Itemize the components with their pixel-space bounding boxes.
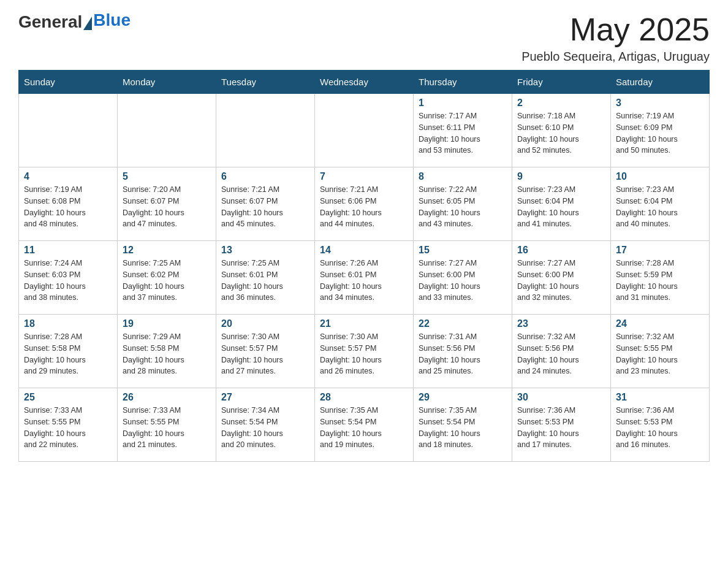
day-info: Sunrise: 7:21 AM Sunset: 6:07 PM Dayligh… xyxy=(221,184,309,230)
day-info: Sunrise: 7:21 AM Sunset: 6:06 PM Dayligh… xyxy=(320,184,408,230)
title-area: May 2025 Pueblo Sequeira, Artigas, Urugu… xyxy=(521,12,710,64)
column-header-thursday: Thursday xyxy=(414,71,512,94)
day-info: Sunrise: 7:18 AM Sunset: 6:10 PM Dayligh… xyxy=(517,110,605,156)
day-number: 24 xyxy=(616,318,704,329)
calendar-cell: 17Sunrise: 7:28 AM Sunset: 5:59 PM Dayli… xyxy=(611,241,710,315)
day-info: Sunrise: 7:19 AM Sunset: 6:09 PM Dayligh… xyxy=(616,110,704,156)
location-subtitle: Pueblo Sequeira, Artigas, Uruguay xyxy=(521,50,710,64)
calendar-header-row: SundayMondayTuesdayWednesdayThursdayFrid… xyxy=(19,71,710,94)
day-number: 22 xyxy=(419,318,507,329)
calendar-cell xyxy=(315,94,414,167)
column-header-saturday: Saturday xyxy=(611,71,710,94)
day-info: Sunrise: 7:34 AM Sunset: 5:54 PM Dayligh… xyxy=(221,405,309,451)
column-header-wednesday: Wednesday xyxy=(315,71,414,94)
calendar-cell: 16Sunrise: 7:27 AM Sunset: 6:00 PM Dayli… xyxy=(512,241,611,315)
calendar-cell: 18Sunrise: 7:28 AM Sunset: 5:58 PM Dayli… xyxy=(19,315,118,388)
logo-triangle-icon xyxy=(83,17,92,30)
day-number: 15 xyxy=(419,245,507,256)
day-info: Sunrise: 7:35 AM Sunset: 5:54 PM Dayligh… xyxy=(320,405,408,451)
calendar-cell: 14Sunrise: 7:26 AM Sunset: 6:01 PM Dayli… xyxy=(315,241,414,315)
day-info: Sunrise: 7:19 AM Sunset: 6:08 PM Dayligh… xyxy=(24,184,112,230)
logo: General Blue xyxy=(18,12,131,32)
calendar-cell: 20Sunrise: 7:30 AM Sunset: 5:57 PM Dayli… xyxy=(216,315,315,388)
calendar-cell: 19Sunrise: 7:29 AM Sunset: 5:58 PM Dayli… xyxy=(118,315,216,388)
day-info: Sunrise: 7:30 AM Sunset: 5:57 PM Dayligh… xyxy=(221,331,309,377)
day-number: 30 xyxy=(517,392,605,403)
calendar-cell: 10Sunrise: 7:23 AM Sunset: 6:04 PM Dayli… xyxy=(611,167,710,241)
day-number: 11 xyxy=(24,245,112,256)
day-number: 23 xyxy=(517,318,605,329)
calendar-cell xyxy=(216,94,315,167)
day-number: 2 xyxy=(517,98,605,109)
calendar-cell: 4Sunrise: 7:19 AM Sunset: 6:08 PM Daylig… xyxy=(19,167,118,241)
day-info: Sunrise: 7:23 AM Sunset: 6:04 PM Dayligh… xyxy=(616,184,704,230)
column-header-tuesday: Tuesday xyxy=(216,71,315,94)
day-number: 5 xyxy=(123,171,211,182)
calendar-cell: 11Sunrise: 7:24 AM Sunset: 6:03 PM Dayli… xyxy=(19,241,118,315)
calendar-cell: 23Sunrise: 7:32 AM Sunset: 5:56 PM Dayli… xyxy=(512,315,611,388)
day-info: Sunrise: 7:22 AM Sunset: 6:05 PM Dayligh… xyxy=(419,184,507,230)
day-info: Sunrise: 7:23 AM Sunset: 6:04 PM Dayligh… xyxy=(517,184,605,230)
logo-general: General xyxy=(18,12,82,32)
calendar-cell: 2Sunrise: 7:18 AM Sunset: 6:10 PM Daylig… xyxy=(512,94,611,167)
day-number: 3 xyxy=(616,98,704,109)
column-header-friday: Friday xyxy=(512,71,611,94)
day-number: 1 xyxy=(419,98,507,109)
day-info: Sunrise: 7:26 AM Sunset: 6:01 PM Dayligh… xyxy=(320,258,408,304)
day-number: 26 xyxy=(123,392,211,403)
day-info: Sunrise: 7:32 AM Sunset: 5:55 PM Dayligh… xyxy=(616,331,704,377)
calendar-cell xyxy=(118,94,216,167)
day-info: Sunrise: 7:30 AM Sunset: 5:57 PM Dayligh… xyxy=(320,331,408,377)
day-number: 27 xyxy=(221,392,309,403)
day-number: 16 xyxy=(517,245,605,256)
day-number: 31 xyxy=(616,392,704,403)
calendar-cell: 22Sunrise: 7:31 AM Sunset: 5:56 PM Dayli… xyxy=(414,315,512,388)
day-info: Sunrise: 7:27 AM Sunset: 6:00 PM Dayligh… xyxy=(517,258,605,304)
day-number: 13 xyxy=(221,245,309,256)
calendar-cell: 12Sunrise: 7:25 AM Sunset: 6:02 PM Dayli… xyxy=(118,241,216,315)
day-number: 6 xyxy=(221,171,309,182)
month-title: May 2025 xyxy=(521,12,710,47)
calendar-week-row: 11Sunrise: 7:24 AM Sunset: 6:03 PM Dayli… xyxy=(19,241,710,315)
day-info: Sunrise: 7:36 AM Sunset: 5:53 PM Dayligh… xyxy=(616,405,704,451)
calendar-week-row: 1Sunrise: 7:17 AM Sunset: 6:11 PM Daylig… xyxy=(19,94,710,167)
day-info: Sunrise: 7:29 AM Sunset: 5:58 PM Dayligh… xyxy=(123,331,211,377)
day-info: Sunrise: 7:24 AM Sunset: 6:03 PM Dayligh… xyxy=(24,258,112,304)
calendar-week-row: 18Sunrise: 7:28 AM Sunset: 5:58 PM Dayli… xyxy=(19,315,710,388)
calendar-cell: 15Sunrise: 7:27 AM Sunset: 6:00 PM Dayli… xyxy=(414,241,512,315)
calendar-cell: 24Sunrise: 7:32 AM Sunset: 5:55 PM Dayli… xyxy=(611,315,710,388)
calendar-cell: 5Sunrise: 7:20 AM Sunset: 6:07 PM Daylig… xyxy=(118,167,216,241)
day-number: 17 xyxy=(616,245,704,256)
calendar-cell xyxy=(19,94,118,167)
day-info: Sunrise: 7:36 AM Sunset: 5:53 PM Dayligh… xyxy=(517,405,605,451)
calendar-cell: 21Sunrise: 7:30 AM Sunset: 5:57 PM Dayli… xyxy=(315,315,414,388)
calendar-cell: 3Sunrise: 7:19 AM Sunset: 6:09 PM Daylig… xyxy=(611,94,710,167)
column-header-sunday: Sunday xyxy=(19,71,118,94)
day-info: Sunrise: 7:32 AM Sunset: 5:56 PM Dayligh… xyxy=(517,331,605,377)
calendar-cell: 1Sunrise: 7:17 AM Sunset: 6:11 PM Daylig… xyxy=(414,94,512,167)
calendar-cell: 27Sunrise: 7:34 AM Sunset: 5:54 PM Dayli… xyxy=(216,388,315,462)
day-number: 4 xyxy=(24,171,112,182)
calendar-table: SundayMondayTuesdayWednesdayThursdayFrid… xyxy=(18,70,710,462)
day-info: Sunrise: 7:17 AM Sunset: 6:11 PM Dayligh… xyxy=(419,110,507,156)
calendar-cell: 31Sunrise: 7:36 AM Sunset: 5:53 PM Dayli… xyxy=(611,388,710,462)
calendar-cell: 29Sunrise: 7:35 AM Sunset: 5:54 PM Dayli… xyxy=(414,388,512,462)
column-header-monday: Monday xyxy=(118,71,216,94)
day-info: Sunrise: 7:27 AM Sunset: 6:00 PM Dayligh… xyxy=(419,258,507,304)
day-info: Sunrise: 7:33 AM Sunset: 5:55 PM Dayligh… xyxy=(123,405,211,451)
day-number: 10 xyxy=(616,171,704,182)
day-number: 18 xyxy=(24,318,112,329)
day-number: 7 xyxy=(320,171,408,182)
day-info: Sunrise: 7:20 AM Sunset: 6:07 PM Dayligh… xyxy=(123,184,211,230)
calendar-cell: 8Sunrise: 7:22 AM Sunset: 6:05 PM Daylig… xyxy=(414,167,512,241)
calendar-cell: 28Sunrise: 7:35 AM Sunset: 5:54 PM Dayli… xyxy=(315,388,414,462)
day-number: 20 xyxy=(221,318,309,329)
day-info: Sunrise: 7:25 AM Sunset: 6:01 PM Dayligh… xyxy=(221,258,309,304)
day-info: Sunrise: 7:35 AM Sunset: 5:54 PM Dayligh… xyxy=(419,405,507,451)
calendar-week-row: 4Sunrise: 7:19 AM Sunset: 6:08 PM Daylig… xyxy=(19,167,710,241)
calendar-cell: 7Sunrise: 7:21 AM Sunset: 6:06 PM Daylig… xyxy=(315,167,414,241)
day-number: 29 xyxy=(419,392,507,403)
day-info: Sunrise: 7:28 AM Sunset: 5:58 PM Dayligh… xyxy=(24,331,112,377)
calendar-cell: 30Sunrise: 7:36 AM Sunset: 5:53 PM Dayli… xyxy=(512,388,611,462)
calendar-week-row: 25Sunrise: 7:33 AM Sunset: 5:55 PM Dayli… xyxy=(19,388,710,462)
